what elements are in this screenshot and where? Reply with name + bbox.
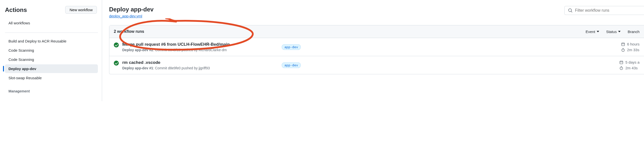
status-filter-label: Status (606, 29, 617, 34)
stopwatch-icon (619, 66, 623, 70)
svg-rect-0 (622, 43, 624, 46)
success-status-icon (114, 61, 119, 66)
sidebar-management-label: Management (5, 87, 98, 95)
sidebar-item-workflow[interactable]: Deploy app-dev (5, 64, 98, 73)
event-filter-label: Event (586, 29, 595, 34)
search-icon (568, 8, 572, 13)
branch-filter-dropdown[interactable]: Branch (624, 29, 640, 34)
run-age: 5 days a (619, 60, 640, 64)
status-filter-dropdown[interactable]: Status (603, 29, 624, 34)
workflow-run-row[interactable]: rm cached .vscode Deploy app-dev #1: Com… (109, 56, 644, 74)
run-title[interactable]: rm cached .vscode (122, 60, 282, 65)
svg-rect-2 (620, 61, 623, 64)
run-title[interactable]: Merge pull request #6 from UCLH-FlowEHR-… (122, 42, 282, 47)
calendar-icon (621, 42, 625, 46)
sidebar-item-workflow[interactable]: Code Scanning (5, 46, 98, 55)
stopwatch-icon (621, 48, 625, 52)
actions-heading: Actions (5, 6, 27, 13)
run-age: 6 hours (621, 42, 640, 46)
calendar-icon (619, 60, 623, 64)
filter-runs-field[interactable] (564, 6, 644, 15)
sidebar-item-all-workflows[interactable]: All workflows (5, 19, 98, 27)
run-subtitle: Deploy app-dev #1: Commit d8e9fe0 pushed… (122, 66, 282, 70)
sidebar-item-workflow[interactable]: Code Scanning (5, 55, 98, 64)
filter-runs-input[interactable] (575, 8, 640, 13)
caret-down-icon (618, 31, 620, 32)
run-duration: 2m 43s (619, 66, 640, 70)
page-title: Deploy app-dev (109, 6, 154, 13)
run-subtitle: Deploy app-dev #2: Commit 6645f15 pushed… (122, 48, 282, 52)
branch-filter-label: Branch (628, 29, 640, 34)
event-filter-dropdown[interactable]: Event (582, 29, 603, 34)
caret-down-icon (597, 31, 599, 32)
sidebar-item-workflow[interactable]: Build and Deploy to ACR Reusable (5, 37, 98, 45)
workflow-run-row[interactable]: Merge pull request #6 from UCLH-FlowEHR-… (109, 38, 644, 56)
run-duration: 2m 33s (621, 48, 640, 52)
branch-badge[interactable]: app-dev (282, 62, 301, 68)
workflow-file-link[interactable]: deploy_app-dev.yml (109, 14, 142, 18)
new-workflow-button[interactable]: New workflow (65, 6, 97, 14)
branch-badge[interactable]: app-dev (282, 44, 301, 50)
runs-count-label: 2 workflow runs (114, 29, 582, 34)
success-status-icon (114, 42, 119, 47)
sidebar-item-workflow[interactable]: Slot-swap Reusable (5, 74, 98, 82)
